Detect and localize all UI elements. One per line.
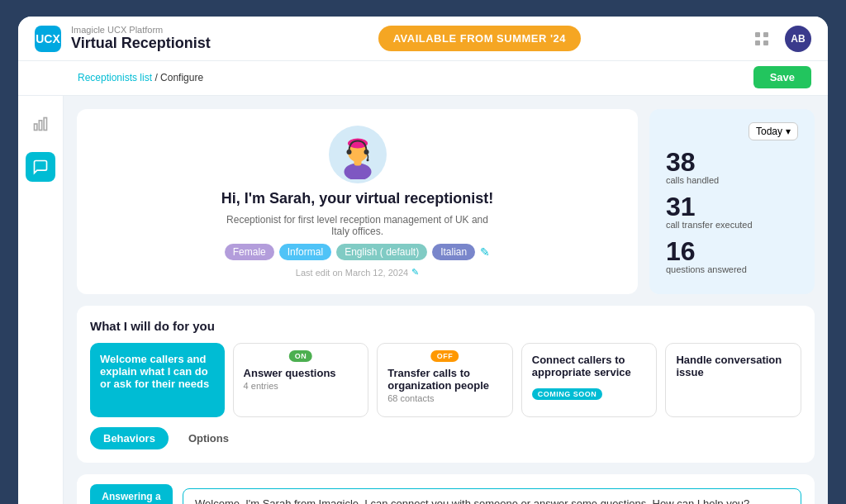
breadcrumb-bar: Receptionists list / Configure Save	[18, 61, 828, 96]
tab-options[interactable]: Options	[175, 427, 242, 449]
tag-italian: Italian	[432, 244, 475, 260]
service-transfer[interactable]: OFF Transfer calls to organization peopl…	[377, 343, 513, 417]
top-row: Hi, I'm Sarah, your virtual receptionist…	[77, 109, 815, 294]
stat-calls-handled: 38 calls handled	[666, 149, 798, 185]
today-dropdown[interactable]: Today ▾	[749, 122, 798, 140]
call-label: Answering a call, I'll say	[90, 484, 173, 504]
svg-rect-3	[763, 40, 768, 45]
services-grid: Welcome callers and explain what I can d…	[90, 343, 801, 417]
user-avatar[interactable]: AB	[785, 26, 811, 52]
service-connect[interactable]: Connect callers to appropriate service C…	[521, 343, 658, 417]
services-title: What I will do for you	[90, 319, 801, 333]
profile-name: Hi, I'm Sarah, your virtual receptionist…	[221, 190, 493, 207]
breadcrumb: Receptionists list / Configure	[78, 72, 203, 83]
service-answer-questions[interactable]: ON Answer questions 4 entries	[233, 343, 369, 417]
tags-container: Female Informal English ( default) Itali…	[225, 244, 490, 260]
header-titles: Imagicle UCX Platform Virtual Receptioni…	[71, 25, 211, 52]
header-right: AB	[749, 26, 811, 52]
call-greeting-input[interactable]	[183, 488, 801, 504]
svg-point-13	[366, 159, 368, 161]
service-connect-title: Connect callers to appropriate service	[532, 354, 647, 378]
grid-icon[interactable]	[749, 26, 775, 52]
sidebar	[18, 96, 64, 504]
sidebar-icon-chat[interactable]	[26, 152, 55, 182]
bottom-row: Answering a call, I'll say	[77, 474, 815, 504]
content-area: Hi, I'm Sarah, your virtual receptionist…	[64, 96, 828, 504]
chevron-down-icon: ▾	[786, 126, 791, 137]
tag-english: English ( default)	[336, 244, 427, 260]
service-questions-sub: 4 entries	[244, 381, 359, 391]
save-button[interactable]: Save	[753, 66, 811, 88]
service-welcome[interactable]: Welcome callers and explain what I can d…	[90, 343, 225, 417]
profile-left: Hi, I'm Sarah, your virtual receptionist…	[93, 126, 621, 278]
breadcrumb-current: Configure	[160, 72, 203, 83]
stats-header: Today ▾	[666, 122, 798, 140]
service-handle-title: Handle conversation issue	[676, 354, 791, 378]
edit-date-icon[interactable]: ✎	[411, 267, 419, 278]
tag-female: Female	[225, 244, 274, 260]
available-badge: AVAILABLE FROM SUMMER '24	[378, 26, 581, 51]
main-layout: Hi, I'm Sarah, your virtual receptionist…	[18, 96, 828, 504]
svg-rect-6	[44, 118, 46, 131]
service-transfer-title: Transfer calls to organization people	[387, 367, 502, 392]
badge-off: OFF	[431, 350, 459, 362]
svg-rect-2	[755, 40, 760, 45]
avatar-svg	[333, 130, 383, 179]
header: UCX Imagicle UCX Platform Virtual Recept…	[18, 17, 828, 61]
badge-coming-soon: COMING SOON	[532, 388, 603, 400]
last-edit: Last edit on March 12, 2024 ✎	[296, 267, 419, 278]
header-left: UCX Imagicle UCX Platform Virtual Recept…	[35, 25, 211, 52]
sidebar-icon-chart[interactable]	[26, 109, 55, 139]
svg-rect-0	[755, 32, 760, 37]
services-card: What I will do for you Welcome callers a…	[77, 306, 815, 463]
svg-point-11	[346, 150, 351, 155]
service-welcome-title: Welcome callers and explain what I can d…	[100, 353, 215, 390]
tab-behaviors[interactable]: Behaviors	[90, 427, 169, 449]
svg-rect-1	[763, 32, 768, 37]
app-title: Virtual Receptionist	[71, 35, 211, 52]
profile-description: Receptionist for first level reception m…	[217, 214, 498, 237]
stat-questions-answered: 16 questions answered	[666, 238, 798, 274]
logo-icon: UCX	[35, 26, 61, 52]
service-transfer-sub: 68 contacts	[387, 393, 502, 403]
stats-card: Today ▾ 38 calls handled 31 call transfe…	[649, 109, 815, 294]
edit-tags-icon[interactable]: ✎	[480, 245, 490, 259]
service-questions-title: Answer questions	[244, 367, 359, 379]
app-subtitle: Imagicle UCX Platform	[71, 25, 211, 35]
svg-rect-4	[35, 124, 37, 131]
service-handle[interactable]: Handle conversation issue	[665, 343, 801, 417]
svg-rect-5	[39, 121, 41, 131]
badge-on: ON	[289, 350, 313, 362]
tabs-row: Behaviors Options	[90, 427, 801, 449]
tag-informal: Informal	[279, 244, 331, 260]
app-window: UCX Imagicle UCX Platform Virtual Recept…	[18, 17, 828, 504]
avatar-container	[329, 126, 387, 183]
profile-card: Hi, I'm Sarah, your virtual receptionist…	[77, 109, 638, 294]
stat-call-transfer: 31 call transfer executed	[666, 193, 798, 230]
breadcrumb-list[interactable]: Receptionists list	[78, 72, 152, 83]
